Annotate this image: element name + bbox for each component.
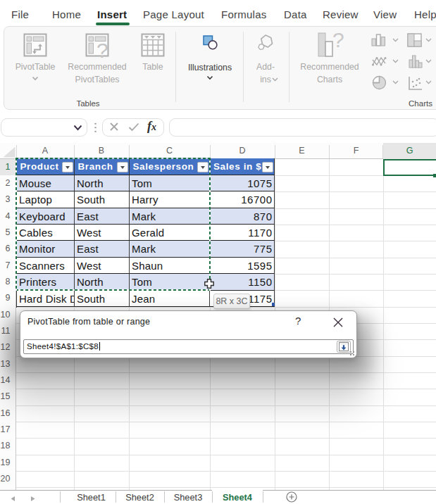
svg-text:?: ? [332,30,344,51]
svg-text:?: ? [96,39,108,59]
